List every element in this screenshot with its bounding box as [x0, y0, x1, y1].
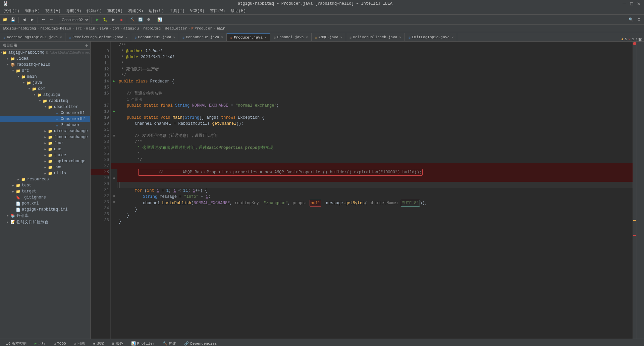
bottom-tab-terminal[interactable]: ▣ 终端: [90, 340, 107, 346]
menu-code[interactable]: 代码(C): [84, 7, 105, 14]
bottom-tab-build[interactable]: 🔨 构建: [159, 340, 179, 346]
sidebar-item-two[interactable]: ▶ 📁 two: [0, 164, 90, 170]
bottom-tab-problems[interactable]: ⚠ 问题: [71, 340, 89, 346]
breadcrumb-java[interactable]: java: [99, 26, 108, 31]
sidebar-item-iml[interactable]: ▶ 📄 atgigu-rabbitmq.iml: [0, 207, 90, 213]
tab-delivercallback[interactable]: ☕ DeliverCallback.java ✕: [346, 33, 405, 41]
tab-close-channel[interactable]: ✕: [306, 35, 308, 39]
sidebar-item-target[interactable]: ▶ 📁 target: [0, 188, 90, 194]
tab-amqp[interactable]: ☕ AMQP.java ✕: [312, 33, 346, 41]
sidebar-item-resources[interactable]: ▶ 📁 resources: [0, 176, 90, 182]
toolbar-redo[interactable]: ↩: [48, 16, 55, 23]
toolbar-project-icon[interactable]: 📁: [1, 16, 9, 23]
breadcrumb-method[interactable]: main: [216, 26, 225, 31]
breadcrumb-rabbitmq[interactable]: rabbitmq: [143, 26, 161, 31]
sidebar-item-pom[interactable]: ▶ 📄 pom.xml: [0, 200, 90, 207]
sidebar-item-idea[interactable]: ▶ 📁 .idea: [0, 56, 90, 62]
tab-emitlogtopic[interactable]: ☕ EmitLogTopic.java ✕: [405, 33, 457, 41]
sidebar-item-four[interactable]: ▶ 📁 four: [0, 140, 90, 146]
fold-icon-29[interactable]: ⊟: [113, 175, 115, 181]
sidebar-item-utils[interactable]: ▶ 📁 utils: [0, 170, 90, 176]
tab-close-consumer02[interactable]: ✕: [221, 35, 223, 39]
menu-refactor[interactable]: 重构(R): [105, 7, 125, 14]
bottom-tab-dependencies[interactable]: 🔗 Dependencies: [181, 341, 220, 346]
tab-consumer01[interactable]: ☕ Consumer01.java ✕: [131, 33, 179, 41]
menu-run[interactable]: 运行(U): [146, 7, 167, 14]
run-gutter-icon[interactable]: ▶: [113, 78, 115, 84]
toolbar-run-coverage[interactable]: ▶: [110, 16, 117, 23]
tab-consumer02[interactable]: ☕ Consumer02.java ✕: [179, 33, 227, 41]
sidebar-item-test[interactable]: ▶ 📁 test: [0, 182, 90, 188]
bottom-tab-todo[interactable]: ☑ TODO: [50, 341, 69, 346]
menu-view[interactable]: 视图(V): [43, 7, 63, 14]
tab-close-emitlogtopic[interactable]: ✕: [451, 35, 453, 39]
sidebar-item-producer-tree[interactable]: ▶ ☕ Producer: [0, 122, 90, 128]
right-panel-tab[interactable]: 通知: [638, 43, 644, 46]
toolbar-search[interactable]: 🔍: [627, 16, 635, 23]
tab-producer[interactable]: ☕ Producer.java ✕: [227, 33, 270, 41]
menu-navigate[interactable]: 导航(N): [63, 7, 84, 14]
menu-help[interactable]: 帮助(H): [228, 7, 249, 14]
toolbar-more[interactable]: ⚙: [145, 16, 152, 23]
run-gutter-main-icon[interactable]: ▶: [113, 109, 115, 115]
sidebar-settings-icon[interactable]: ⚙: [85, 43, 88, 48]
tab-close-producer[interactable]: ✕: [265, 36, 267, 40]
sidebar-item-src[interactable]: ▼ 📁 src: [0, 68, 90, 74]
sidebar-item-fanoutexchange[interactable]: ▶ 📁 fanoutexchange: [0, 134, 90, 140]
tab-close-delivercallback[interactable]: ✕: [399, 35, 401, 39]
menu-edit[interactable]: 编辑(E): [22, 7, 43, 14]
sidebar-item-topicexchange[interactable]: ▶ 📁 topicexchange: [0, 158, 90, 164]
toolbar-settings[interactable]: ⚙: [635, 16, 643, 23]
bottom-tab-vcs[interactable]: ⎇ 版本控制: [3, 340, 30, 346]
tab-close-receivelogs1[interactable]: ✕: [60, 35, 62, 39]
sidebar-item-deadletter[interactable]: ▼ 📁 deadletter: [0, 104, 90, 110]
breadcrumb-producer[interactable]: P Producer: [191, 26, 212, 31]
tab-receivelogs2[interactable]: ☕ ReceiveLogsTopic02.java ✕: [65, 33, 131, 41]
toolbar-profiler[interactable]: 📊: [156, 16, 163, 23]
code-content[interactable]: /** * @author lishuai * @date 2023/6/8-2…: [117, 42, 633, 339]
fold-icon-33[interactable]: ⊟: [113, 199, 115, 205]
sidebar-item-java[interactable]: ▼ 📁 java: [0, 80, 90, 86]
toolbar-undo[interactable]: ↩: [40, 16, 47, 23]
close-button[interactable]: ✕: [637, 1, 641, 6]
sidebar-item-scratch[interactable]: ▶ 📝 临时文件和控制台: [0, 219, 90, 225]
sidebar-item-externals[interactable]: ▶ 📚 外部库: [0, 213, 90, 219]
breadcrumb-atguigu[interactable]: atguigu: [123, 26, 139, 31]
breadcrumb-deadletter[interactable]: deadletter: [165, 26, 187, 31]
menu-file[interactable]: 文件(F): [1, 7, 22, 14]
tab-receivelogs1[interactable]: ☕ ReceiveLogsTopic01.java ✕: [0, 33, 65, 41]
tab-close-receivelogs2[interactable]: ✕: [125, 35, 127, 39]
sidebar-item-one[interactable]: ▶ 📁 one: [0, 146, 90, 152]
menu-window[interactable]: 窗口(W): [207, 7, 228, 14]
fold-icon-32[interactable]: ⊟: [113, 193, 115, 199]
fold-icon-23[interactable]: ⊟: [113, 133, 115, 139]
sidebar-item-rabbitmq-hello[interactable]: ▼ 📦 rabbitmq-hello: [0, 62, 90, 68]
minimize-button[interactable]: ─: [622, 1, 627, 6]
menu-tools[interactable]: 工具(T): [167, 7, 187, 14]
maximize-button[interactable]: □: [629, 1, 634, 6]
toolbar-forward[interactable]: ▶: [29, 16, 36, 23]
toolbar-save[interactable]: 💾: [9, 16, 17, 23]
bottom-tab-run[interactable]: ▶ 运行: [31, 340, 49, 346]
toolbar-run[interactable]: ▶: [94, 16, 101, 23]
sidebar-item-directexchange[interactable]: ▶ 📁 directexchange: [0, 128, 90, 134]
sidebar-item-rabbitmq[interactable]: ▼ 📁 rabbitmq: [0, 98, 90, 104]
toolbar-stop[interactable]: ■: [118, 16, 125, 23]
menu-vcs[interactable]: VCS(S): [187, 8, 207, 14]
configuration-selector[interactable]: Consumer02: [59, 16, 90, 23]
sidebar-item-com[interactable]: ▼ 📁 com: [0, 86, 90, 92]
sidebar-item-atguigu[interactable]: ▼ 📁 atguigu: [0, 92, 90, 98]
bottom-tab-profiler[interactable]: 📊 Profiler: [128, 341, 158, 346]
breadcrumb-src[interactable]: src: [75, 26, 82, 31]
toolbar-build[interactable]: 🔨: [129, 16, 136, 23]
breadcrumb-main[interactable]: main: [86, 26, 95, 31]
sidebar-item-root[interactable]: ▼ 📁 atgigu-rabbitmq E:\WorkData\IdeaProj…: [0, 50, 90, 56]
sidebar-item-gitignore[interactable]: ▶ 🔖 .gitignore: [0, 194, 90, 200]
breadcrumb-project[interactable]: atgigu-rabbitmq: [3, 26, 36, 31]
toolbar-debug[interactable]: 🐛: [102, 16, 109, 23]
toolbar-back[interactable]: ◀: [20, 16, 28, 23]
breadcrumb-com[interactable]: com: [112, 26, 119, 31]
sidebar-item-consumer02[interactable]: ▶ ☕ Consumer02: [0, 116, 90, 122]
tab-close-consumer01[interactable]: ✕: [173, 35, 175, 39]
tab-channel[interactable]: ☕ Channel.java ✕: [270, 33, 312, 41]
